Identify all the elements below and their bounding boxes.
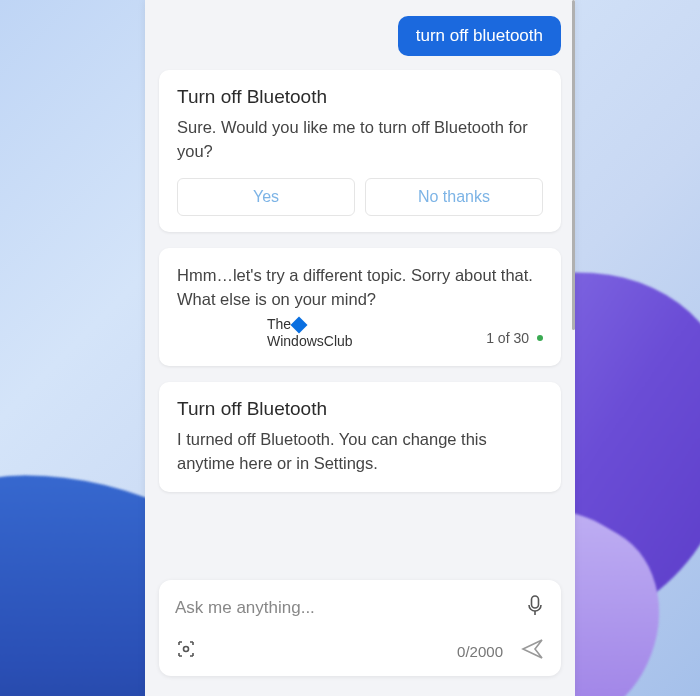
assistant-card-confirm: Turn off Bluetooth Sure. Would you like … — [159, 70, 561, 232]
card-title: Turn off Bluetooth — [177, 86, 543, 108]
chat-panel: turn off bluetooth Turn off Bluetooth Su… — [145, 0, 575, 696]
assistant-card-fallback: Hmm…let's try a different topic. Sorry a… — [159, 248, 561, 366]
chat-scroll-area[interactable]: turn off bluetooth Turn off Bluetooth Su… — [145, 0, 575, 580]
scrollbar[interactable] — [572, 0, 575, 330]
status-dot-icon — [537, 335, 543, 341]
card-title: Turn off Bluetooth — [177, 398, 543, 420]
image-search-icon[interactable] — [175, 638, 197, 664]
send-icon[interactable] — [521, 638, 545, 664]
svg-point-2 — [184, 647, 189, 652]
card-body: Sure. Would you like me to turn off Blue… — [177, 116, 543, 164]
response-counter: 1 of 30 — [177, 330, 543, 346]
no-thanks-button[interactable]: No thanks — [365, 178, 543, 216]
button-row: Yes No thanks — [177, 178, 543, 216]
ask-input[interactable] — [175, 598, 525, 618]
svg-rect-0 — [532, 596, 539, 608]
input-area: 0/2000 — [159, 580, 561, 676]
char-count: 0/2000 — [457, 643, 503, 660]
yes-button[interactable]: Yes — [177, 178, 355, 216]
user-message-bubble: turn off bluetooth — [398, 16, 561, 56]
counter-text: 1 of 30 — [486, 330, 529, 346]
microphone-icon[interactable] — [525, 594, 545, 622]
assistant-card-done: Turn off Bluetooth I turned off Bluetoot… — [159, 382, 561, 492]
card-body: I turned off Bluetooth. You can change t… — [177, 428, 543, 476]
card-body: Hmm…let's try a different topic. Sorry a… — [177, 264, 543, 312]
user-message-row: turn off bluetooth — [159, 16, 561, 56]
